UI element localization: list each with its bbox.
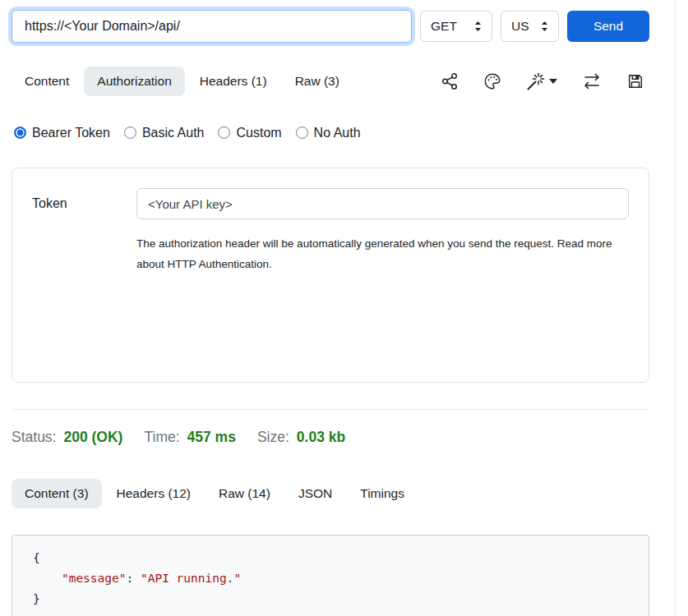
json-value: "API running." [141, 572, 241, 585]
method-select-value: GET [431, 19, 457, 34]
response-body: { "message": "API running." } [12, 535, 649, 616]
main-content: GET US Send Content Authorization Header… [0, 0, 676, 616]
url-input[interactable] [12, 10, 412, 43]
compare-button[interactable] [582, 71, 602, 91]
up-down-arrows-icon [541, 21, 548, 32]
json-close-brace: } [33, 592, 40, 605]
region-select-value: US [511, 19, 529, 34]
time-label: Time: [144, 429, 179, 446]
request-bar: GET US Send [12, 8, 649, 44]
radio-selected-icon [14, 126, 26, 139]
bearer-token-panel: Token The authorization header will be a… [12, 168, 649, 383]
token-input[interactable] [136, 188, 629, 219]
region-select[interactable]: US [501, 11, 559, 42]
radio-label: Custom [236, 126, 281, 140]
tab-response-json[interactable]: JSON [285, 479, 345, 508]
magic-wand-icon [526, 71, 546, 91]
share-button[interactable] [441, 72, 459, 90]
radio-unselected-icon [296, 126, 308, 139]
share-icon [441, 72, 459, 90]
radio-unselected-icon [218, 126, 230, 139]
tab-response-content[interactable]: Content (3) [12, 479, 102, 508]
radio-label: No Auth [314, 126, 361, 140]
section-divider [12, 409, 649, 410]
tab-response-timings[interactable]: Timings [347, 479, 418, 508]
send-button[interactable]: Send [567, 11, 649, 42]
token-label: Token [32, 196, 136, 211]
chevron-down-icon [549, 79, 557, 84]
request-tabs: Content Authorization Headers (1) Raw (3… [12, 65, 649, 98]
radio-unselected-icon [124, 126, 136, 139]
generate-code-button[interactable] [526, 71, 557, 91]
radio-label: Bearer Token [32, 126, 110, 140]
radio-custom[interactable]: Custom [218, 126, 281, 140]
method-select[interactable]: GET [420, 11, 492, 42]
tab-authorization[interactable]: Authorization [84, 67, 184, 96]
radio-no-auth[interactable]: No Auth [296, 126, 361, 140]
status-label: Status: [12, 429, 56, 446]
radio-basic-auth[interactable]: Basic Auth [124, 126, 205, 140]
auth-help-text: The authorization header will be automat… [136, 233, 623, 274]
size-value: 0.03 kb [297, 429, 345, 446]
time-value: 457 ms [187, 429, 236, 446]
request-toolbar [441, 71, 649, 91]
json-separator: : [127, 572, 141, 585]
radio-label: Basic Auth [142, 126, 205, 140]
response-tabs: Content (3) Headers (12) Raw (14) JSON T… [12, 477, 649, 510]
tab-raw[interactable]: Raw (3) [282, 67, 353, 96]
size-label: Size: [257, 429, 289, 446]
tab-response-raw[interactable]: Raw (14) [205, 479, 284, 508]
swap-arrows-icon [582, 71, 602, 91]
theme-button[interactable] [483, 72, 501, 90]
json-indent [33, 572, 62, 585]
json-key: "message" [62, 572, 127, 585]
save-button[interactable] [626, 72, 644, 90]
tab-response-headers[interactable]: Headers (12) [104, 479, 204, 508]
json-open-brace: { [33, 551, 40, 564]
tab-headers[interactable]: Headers (1) [187, 67, 280, 96]
save-icon [626, 72, 644, 90]
status-value: 200 (OK) [63, 429, 122, 446]
tab-content[interactable]: Content [12, 67, 82, 96]
radio-bearer-token[interactable]: Bearer Token [14, 126, 110, 140]
auth-type-options: Bearer Token Basic Auth Custom No Auth [12, 124, 649, 141]
up-down-arrows-icon [474, 21, 482, 32]
palette-icon [483, 72, 501, 90]
response-status-row: Status: 200 (OK) Time: 457 ms Size: 0.03… [12, 429, 649, 446]
